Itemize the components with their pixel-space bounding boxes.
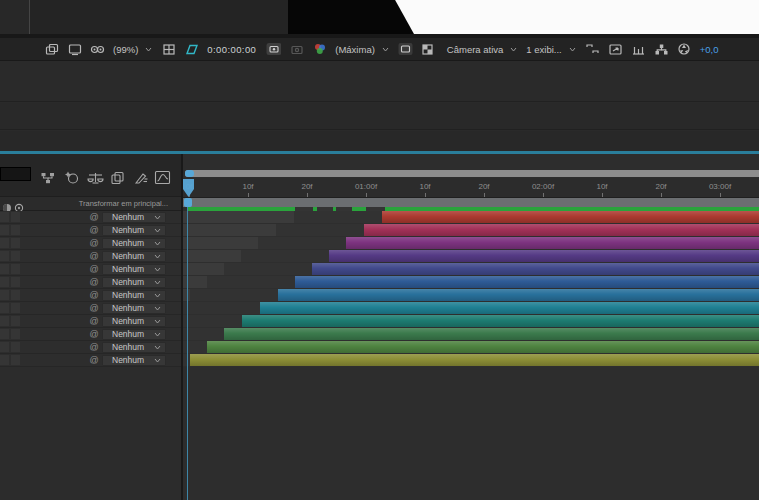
time-navigator-bar[interactable] xyxy=(185,170,759,177)
view-layout-select[interactable]: 1 exibi... xyxy=(526,44,575,55)
pick-whip-icon[interactable]: @ xyxy=(88,302,100,314)
layer-row[interactable]: @ Nenhum xyxy=(0,289,181,302)
layer-duration-bar[interactable] xyxy=(295,276,759,288)
mini-flowchart-icon[interactable] xyxy=(39,169,56,186)
layer-duration-bar[interactable] xyxy=(312,263,759,275)
pick-whip-icon[interactable]: @ xyxy=(88,250,100,262)
layer-duration-bar[interactable] xyxy=(207,341,759,353)
layer-row[interactable]: @ Nenhum xyxy=(0,341,181,354)
layer-row[interactable]: @ Nenhum xyxy=(0,237,181,250)
exposure-icon[interactable] xyxy=(677,42,692,57)
layer-row[interactable]: @ Nenhum xyxy=(0,250,181,263)
solo-cell[interactable] xyxy=(0,329,9,339)
layer-row[interactable]: @ Nenhum xyxy=(0,211,181,224)
parent-dropdown[interactable]: Nenhum xyxy=(102,212,166,223)
parent-dropdown[interactable]: Nenhum xyxy=(102,277,166,288)
work-area-bar[interactable] xyxy=(183,198,759,207)
pick-whip-icon[interactable]: @ xyxy=(88,341,100,353)
layer-duration-bar[interactable] xyxy=(278,289,759,301)
lock-cell[interactable] xyxy=(11,238,20,248)
layer-row[interactable]: @ Nenhum xyxy=(0,224,181,237)
lock-cell[interactable] xyxy=(11,329,20,339)
parent-dropdown[interactable]: Nenhum xyxy=(102,251,166,262)
lock-cell[interactable] xyxy=(11,342,20,352)
ruler-icon[interactable] xyxy=(631,42,646,57)
solo-cell[interactable] xyxy=(0,225,9,235)
goggles-icon[interactable] xyxy=(90,42,105,57)
layer-row[interactable]: @ Nenhum xyxy=(0,302,181,315)
pick-whip-icon[interactable]: @ xyxy=(88,328,100,340)
pick-whip-icon[interactable]: @ xyxy=(88,276,100,288)
lock-cell[interactable] xyxy=(11,277,20,287)
layer-row[interactable]: @ Nenhum xyxy=(0,263,181,276)
solo-cell[interactable] xyxy=(0,238,9,248)
resolution-select[interactable]: (Máxima) xyxy=(335,44,389,55)
layer-duration-bar[interactable] xyxy=(190,354,759,366)
solo-cell[interactable] xyxy=(0,342,9,352)
pick-whip-icon[interactable]: @ xyxy=(88,315,100,327)
3d-view-select[interactable]: Câmera ativa xyxy=(447,44,518,55)
solo-cell[interactable] xyxy=(0,251,9,261)
search-input[interactable] xyxy=(0,167,31,181)
parent-dropdown[interactable]: Nenhum xyxy=(102,238,166,249)
solo-cell[interactable] xyxy=(0,316,9,326)
lock-cell[interactable] xyxy=(11,303,20,313)
snapshot-camera-icon[interactable] xyxy=(266,42,281,57)
layer-row[interactable]: @ Nenhum xyxy=(0,354,181,367)
flowchart-icon[interactable] xyxy=(654,42,669,57)
solo-cell[interactable] xyxy=(0,290,9,300)
parent-dropdown[interactable]: Nenhum xyxy=(102,290,166,301)
region-of-interest-icon[interactable] xyxy=(398,42,413,57)
lock-cell[interactable] xyxy=(11,225,20,235)
shy-icon[interactable] xyxy=(87,169,104,186)
layer-row[interactable]: @ Nenhum xyxy=(0,315,181,328)
lock-cell[interactable] xyxy=(11,264,20,274)
parent-column-header[interactable]: Transformar em principal... xyxy=(79,199,168,208)
pick-whip-icon[interactable]: @ xyxy=(88,354,100,366)
layer-duration-bar[interactable] xyxy=(329,250,759,262)
transparency-grid-icon[interactable] xyxy=(421,42,436,57)
layers-icon[interactable] xyxy=(44,42,59,57)
lock-cell[interactable] xyxy=(11,290,20,300)
draft-3d-icon[interactable] xyxy=(63,169,80,186)
grid-guides-icon[interactable] xyxy=(161,42,176,57)
parent-dropdown[interactable]: Nenhum xyxy=(102,225,166,236)
parent-dropdown[interactable]: Nenhum xyxy=(102,264,166,275)
solo-cell[interactable] xyxy=(0,355,9,365)
pixel-aspect-icon[interactable] xyxy=(608,42,623,57)
time-navigator-handle[interactable] xyxy=(185,170,194,177)
layer-duration-bar[interactable] xyxy=(346,237,759,249)
share-view-icon[interactable] xyxy=(585,42,600,57)
lock-cell[interactable] xyxy=(11,316,20,326)
layer-row[interactable]: @ Nenhum xyxy=(0,328,181,341)
pick-whip-icon[interactable]: @ xyxy=(88,224,100,236)
show-snapshot-icon[interactable] xyxy=(289,42,304,57)
layer-duration-bar[interactable] xyxy=(364,224,759,236)
layer-duration-bar[interactable] xyxy=(260,302,759,314)
current-time-display[interactable]: 0:00:00:00 xyxy=(207,44,256,55)
solo-cell[interactable] xyxy=(0,212,9,222)
parent-dropdown[interactable]: Nenhum xyxy=(102,342,166,353)
parent-dropdown[interactable]: Nenhum xyxy=(102,329,166,340)
pick-whip-icon[interactable]: @ xyxy=(88,263,100,275)
magnification-select[interactable]: (99%) xyxy=(113,44,152,55)
monitor-icon[interactable] xyxy=(67,42,82,57)
pick-whip-icon[interactable]: @ xyxy=(88,211,100,223)
solo-cell[interactable] xyxy=(0,303,9,313)
graph-editor-icon[interactable] xyxy=(154,169,171,186)
layer-row[interactable]: @ Nenhum xyxy=(0,276,181,289)
pick-whip-icon[interactable]: @ xyxy=(88,237,100,249)
lock-cell[interactable] xyxy=(11,251,20,261)
lock-cell[interactable] xyxy=(11,355,20,365)
parent-dropdown[interactable]: Nenhum xyxy=(102,355,166,366)
playhead-handle[interactable] xyxy=(184,198,192,207)
solo-cell[interactable] xyxy=(0,264,9,274)
motion-blur-icon[interactable] xyxy=(132,169,149,186)
layer-duration-bar[interactable] xyxy=(224,328,759,340)
parent-dropdown[interactable]: Nenhum xyxy=(102,316,166,327)
ruler[interactable]: 0f10f20f01:00f10f20f02:00f10f20f03:00f xyxy=(183,178,759,198)
pick-whip-icon[interactable]: @ xyxy=(88,289,100,301)
solo-cell[interactable] xyxy=(0,277,9,287)
lock-cell[interactable] xyxy=(11,212,20,222)
exposure-value[interactable]: +0,0 xyxy=(700,44,719,55)
